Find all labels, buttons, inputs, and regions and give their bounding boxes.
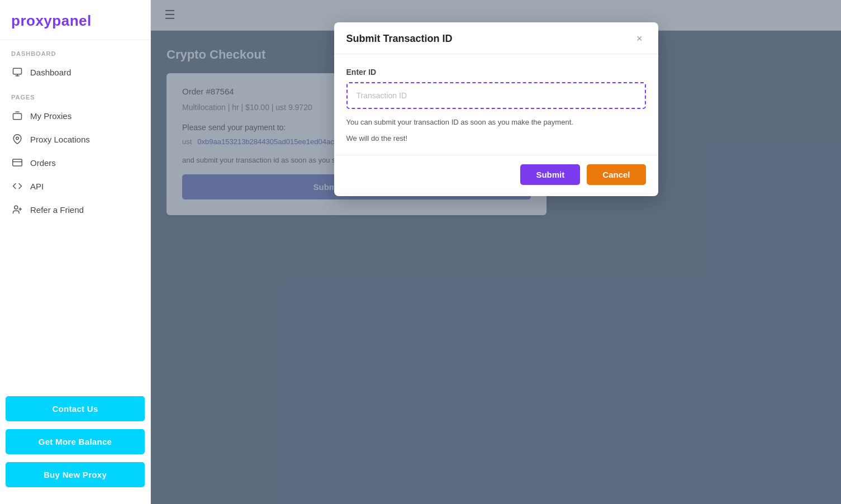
sidebar-item-label: API (30, 182, 44, 191)
modal-close-button[interactable]: × (633, 32, 646, 45)
svg-rect-0 (13, 68, 22, 74)
transaction-id-input[interactable] (349, 84, 644, 107)
sidebar-logo: proxypanel (0, 0, 150, 40)
code-icon (11, 180, 23, 192)
section-label-dashboard: DASHBOARD (0, 40, 150, 60)
modal-body: Enter ID You can submit your transaction… (334, 54, 658, 155)
user-plus-icon (11, 203, 23, 216)
layers-icon (11, 110, 23, 122)
sidebar-item-my-proxies[interactable]: My Proxies (0, 104, 150, 127)
map-pin-icon (11, 133, 23, 145)
modal-info-text-2: We will do the rest! (346, 133, 646, 145)
sidebar-section-dashboard: DASHBOARD Dashboard (0, 40, 150, 84)
sidebar-buttons: Contact Us Get More Balance Buy New Prox… (0, 385, 150, 493)
svg-rect-3 (13, 113, 22, 120)
modal-cancel-button[interactable]: Cancel (587, 164, 645, 185)
section-label-pages: PAGES (0, 84, 150, 104)
svg-rect-5 (13, 159, 22, 166)
tx-input-wrapper (346, 82, 646, 109)
contact-us-button[interactable]: Contact Us (6, 396, 145, 421)
get-balance-button[interactable]: Get More Balance (6, 429, 145, 454)
main-content: ☰ Crypto Checkout Order #87564 Multiloca… (151, 0, 841, 504)
sidebar-section-pages: PAGES My Proxies Proxy Locations Orders … (0, 84, 150, 221)
modal-overlay: Submit Transaction ID × Enter ID You can… (151, 0, 841, 504)
svg-point-7 (15, 206, 18, 209)
credit-card-icon (11, 156, 23, 169)
sidebar-item-orders[interactable]: Orders (0, 151, 150, 174)
sidebar-item-api[interactable]: API (0, 174, 150, 198)
sidebar-item-label: Orders (30, 158, 56, 168)
sidebar-item-refer[interactable]: Refer a Friend (0, 198, 150, 221)
svg-point-4 (16, 137, 19, 140)
modal-dialog: Submit Transaction ID × Enter ID You can… (334, 22, 658, 196)
modal-footer: Submit Cancel (334, 155, 658, 196)
buy-proxy-button[interactable]: Buy New Proxy (6, 462, 145, 487)
modal-header: Submit Transaction ID × (334, 22, 658, 54)
monitor-icon (11, 66, 23, 78)
modal-title: Submit Transaction ID (346, 33, 453, 45)
app-logo: proxypanel (11, 12, 92, 29)
sidebar-item-label: Dashboard (30, 68, 71, 77)
sidebar-item-dashboard[interactable]: Dashboard (0, 60, 150, 84)
sidebar-item-label: Proxy Locations (30, 135, 90, 144)
sidebar-item-proxy-locations[interactable]: Proxy Locations (0, 127, 150, 151)
sidebar-item-label: My Proxies (30, 111, 72, 121)
modal-info-text-1: You can submit your transaction ID as so… (346, 117, 646, 129)
sidebar-item-label: Refer a Friend (30, 205, 84, 215)
enter-id-label: Enter ID (346, 68, 646, 77)
sidebar: proxypanel DASHBOARD Dashboard PAGES My … (0, 0, 151, 504)
modal-submit-button[interactable]: Submit (520, 164, 580, 185)
